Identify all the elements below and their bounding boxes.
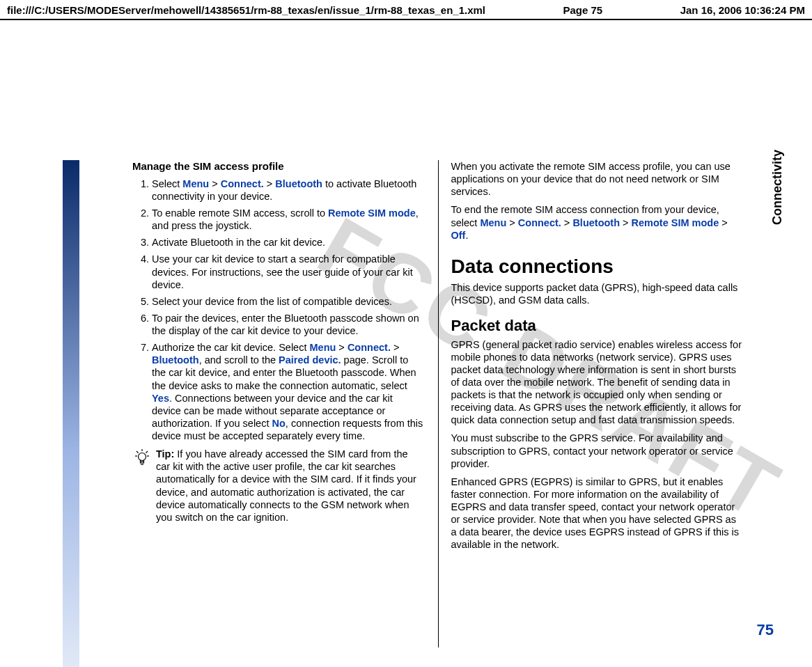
columns: Manage the SIM access profile Select Men… bbox=[0, 56, 812, 648]
menu-path: Bluetooth bbox=[152, 354, 199, 366]
manage-sim-heading: Manage the SIM access profile bbox=[132, 160, 424, 173]
menu-path: Menu bbox=[309, 342, 336, 353]
tip-label: Tip: bbox=[156, 448, 177, 460]
menu-path: Yes bbox=[152, 393, 169, 404]
list-item: Authorize the car kit device. Select Men… bbox=[152, 341, 424, 442]
step-text: Select bbox=[152, 178, 182, 189]
menu-path: Connect. bbox=[348, 342, 391, 353]
lightbulb-icon bbox=[135, 449, 149, 466]
paragraph: To end the remote SIM access connection … bbox=[451, 203, 743, 241]
packet-data-heading: Packet data bbox=[451, 316, 743, 336]
list-item: To pair the devices, enter the Bluetooth… bbox=[152, 312, 424, 337]
menu-path: Bluetooth bbox=[275, 178, 322, 189]
step-text: To enable remote SIM access, scroll to bbox=[152, 207, 328, 219]
menu-path: Remote SIM mode bbox=[328, 207, 416, 219]
menu-path: Menu bbox=[480, 217, 506, 228]
menu-path: Connect. bbox=[221, 178, 264, 189]
step-text: , and scroll to the bbox=[199, 354, 279, 366]
sep: > bbox=[506, 217, 518, 228]
menu-path: Menu bbox=[182, 178, 209, 189]
paragraph: This device supports packet data (GPRS),… bbox=[451, 281, 743, 306]
menu-path: Off bbox=[451, 230, 466, 241]
paragraph: GPRS (general packet radio service) enab… bbox=[451, 338, 743, 427]
step-text: Activate Bluetooth in the car kit device… bbox=[152, 237, 325, 248]
paragraph: When you activate the remote SIM access … bbox=[451, 160, 743, 198]
content: Connectivity Manage the SIM access profi… bbox=[0, 56, 812, 667]
page: file:///C:/USERS/MODEServer/mehowell/143… bbox=[0, 0, 812, 667]
tip-block: Tip: If you have already accessed the SI… bbox=[132, 448, 424, 524]
text: . bbox=[465, 230, 468, 241]
sep: > bbox=[209, 178, 221, 189]
sep: > bbox=[561, 217, 573, 228]
sep: > bbox=[264, 178, 276, 189]
list-item: Use your car kit device to start a searc… bbox=[152, 253, 424, 290]
sep: > bbox=[336, 342, 348, 353]
menu-path: No bbox=[272, 418, 286, 429]
svg-line-2 bbox=[146, 451, 148, 453]
list-item: To enable remote SIM access, scroll to R… bbox=[152, 207, 424, 232]
step-text: Authorize the car kit device. Select bbox=[152, 342, 309, 353]
menu-path: Bluetooth bbox=[572, 217, 620, 228]
left-column: Manage the SIM access profile Select Men… bbox=[132, 160, 424, 648]
menu-path: Connect. bbox=[518, 217, 561, 228]
data-connections-heading: Data connections bbox=[451, 254, 743, 278]
menu-path: Paired devic. bbox=[279, 354, 341, 366]
header-file-path: file:///C:/USERS/MODEServer/mehowell/143… bbox=[7, 4, 485, 16]
print-header: file:///C:/USERS/MODEServer/mehowell/143… bbox=[0, 0, 812, 20]
sep: > bbox=[620, 217, 632, 228]
paragraph: You must subscribe to the GPRS service. … bbox=[451, 432, 743, 469]
header-page: Page 75 bbox=[563, 4, 603, 16]
step-text: To pair the devices, enter the Bluetooth… bbox=[152, 313, 419, 336]
step-text: Select your device from the list of comp… bbox=[152, 296, 392, 307]
svg-point-5 bbox=[139, 453, 146, 461]
tip-body: If you have already accessed the SIM car… bbox=[156, 448, 416, 523]
list-item: Select Menu > Connect. > Bluetooth to ac… bbox=[152, 178, 424, 203]
sep: > bbox=[391, 342, 400, 353]
list-item: Activate Bluetooth in the car kit device… bbox=[152, 236, 424, 249]
header-timestamp: Jan 16, 2006 10:36:24 PM bbox=[680, 4, 805, 16]
tip-text: Tip: If you have already accessed the SI… bbox=[156, 448, 424, 524]
list-item: Select your device from the list of comp… bbox=[152, 295, 424, 308]
steps-list: Select Menu > Connect. > Bluetooth to ac… bbox=[132, 178, 424, 442]
sep: > bbox=[719, 217, 728, 228]
menu-path: Remote SIM mode bbox=[632, 217, 719, 228]
paragraph: Enhanced GPRS (EGPRS) is similar to GPRS… bbox=[451, 476, 743, 551]
step-text: Use your car kit device to start a searc… bbox=[152, 253, 413, 290]
right-column: When you activate the remote SIM access … bbox=[438, 160, 743, 648]
svg-line-1 bbox=[136, 451, 139, 453]
